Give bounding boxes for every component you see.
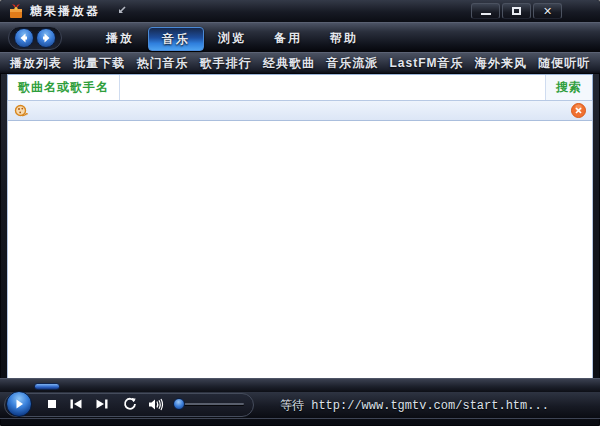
menu-item-hot-music[interactable]: 热门音乐	[137, 55, 189, 72]
maximize-icon	[512, 7, 521, 15]
minimize-button[interactable]	[471, 3, 500, 19]
volume-slider-track[interactable]	[176, 403, 244, 405]
tab-browse[interactable]: 浏览	[204, 23, 260, 53]
window-bottom-frame	[0, 418, 600, 426]
menu-item-music-genres[interactable]: 音乐流派	[326, 55, 378, 72]
stop-button[interactable]	[44, 396, 60, 412]
search-label: 歌曲名或歌手名	[8, 75, 120, 100]
close-button[interactable]: ✕	[533, 3, 562, 19]
maximize-button[interactable]	[502, 3, 531, 19]
volume-slider-knob[interactable]	[173, 398, 185, 410]
repeat-icon	[123, 397, 137, 411]
toolbar-strip	[7, 101, 593, 121]
tab-spare[interactable]: 备用	[260, 23, 316, 53]
splitter-bar	[0, 378, 600, 392]
window-controls: ✕	[471, 3, 562, 19]
loading-spinner-icon	[14, 104, 28, 118]
back-arrow-icon	[18, 32, 30, 44]
menu-item-classic-songs[interactable]: 经典歌曲	[263, 55, 315, 72]
next-button[interactable]	[94, 396, 110, 412]
tab-bar: 播放 音乐 浏览 备用 帮助	[92, 23, 372, 53]
player-bar: 等待 http://www.tgmtv.com/start.htm...	[0, 392, 600, 418]
music-menu-bar: 播放列表 批量下载 热门音乐 歌手排行 经典歌曲 音乐流派 LastFM音乐 海…	[0, 52, 600, 74]
search-bar: 歌曲名或歌手名 搜索	[7, 74, 593, 101]
previous-button[interactable]	[68, 396, 84, 412]
search-button[interactable]: 搜索	[545, 75, 592, 100]
menu-item-lastfm-music[interactable]: LastFM音乐	[390, 55, 464, 72]
dock-arrow-icon[interactable]	[116, 5, 128, 17]
menu-item-batch-download[interactable]: 批量下载	[73, 55, 125, 72]
back-button[interactable]	[14, 28, 34, 48]
close-icon: ✕	[543, 6, 552, 17]
volume-icon	[148, 398, 164, 411]
menu-item-playlist[interactable]: 播放列表	[10, 55, 62, 72]
tab-play[interactable]: 播放	[92, 23, 148, 53]
forward-button[interactable]	[36, 28, 56, 48]
tab-help[interactable]: 帮助	[316, 23, 372, 53]
previous-icon	[69, 398, 83, 410]
menu-item-overseas[interactable]: 海外来风	[475, 55, 527, 72]
status-text: 等待 http://www.tgmtv.com/start.htm...	[280, 397, 549, 414]
menu-item-random-listen[interactable]: 随便听听	[538, 55, 590, 72]
play-button[interactable]	[6, 391, 32, 417]
tab-music[interactable]: 音乐	[148, 27, 204, 51]
minimize-icon	[481, 13, 491, 15]
close-circle-icon[interactable]	[571, 103, 586, 118]
title-bar: 糖果播放器 ✕	[0, 0, 600, 22]
app-logo-icon	[8, 3, 24, 19]
repeat-button[interactable]	[122, 396, 138, 412]
history-nav-group	[8, 26, 62, 50]
app-window: 糖果播放器 ✕ 播放	[0, 0, 600, 426]
window-title: 糖果播放器	[30, 3, 100, 20]
menu-item-artist-ranking[interactable]: 歌手排行	[200, 55, 252, 72]
next-icon	[95, 398, 109, 410]
drawer-handle[interactable]	[34, 383, 60, 390]
forward-arrow-icon	[40, 32, 52, 44]
nav-bar: 播放 音乐 浏览 备用 帮助	[0, 22, 600, 52]
volume-button[interactable]	[148, 396, 164, 412]
search-input[interactable]	[120, 75, 545, 100]
play-icon	[13, 398, 25, 410]
content-area	[7, 121, 593, 378]
stop-icon	[47, 399, 57, 409]
